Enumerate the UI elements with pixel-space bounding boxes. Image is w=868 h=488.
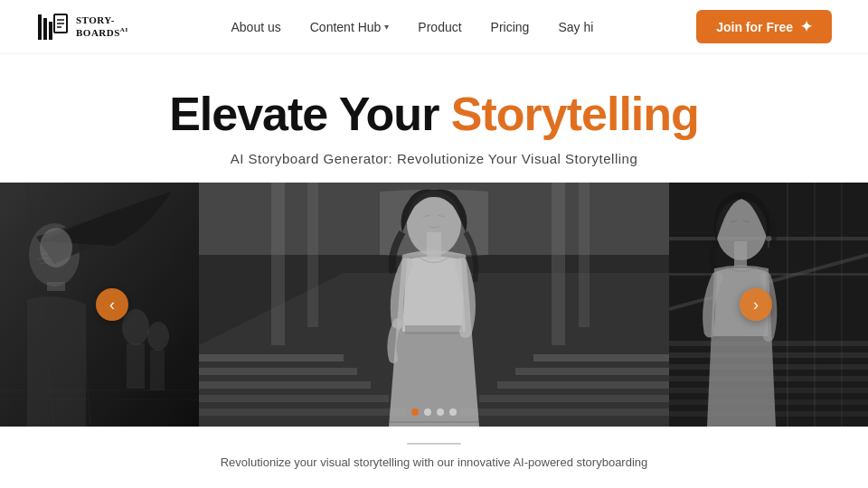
svg-rect-12 [47, 282, 65, 291]
carousel-panel-center [199, 183, 669, 427]
nav-item-product[interactable]: Product [418, 20, 461, 34]
carousel-prev-button[interactable]: ‹ [96, 288, 128, 321]
bottom-section: Revolutionize your visual storytelling w… [0, 427, 868, 478]
next-icon: › [753, 296, 759, 314]
carousel-next-button[interactable]: › [740, 288, 772, 321]
headline-part1: Elevate Your [169, 88, 451, 140]
svg-rect-27 [515, 368, 669, 375]
svg-rect-24 [199, 395, 389, 402]
dot-1[interactable] [411, 408, 419, 416]
svg-rect-2 [49, 22, 52, 40]
svg-point-61 [766, 236, 771, 241]
svg-rect-16 [150, 350, 165, 390]
navbar: STORY- BOARDSAI About us Content Hub ▾ P… [0, 0, 868, 54]
cta-icon: ✦ [800, 18, 812, 35]
nav-item-say-hi[interactable]: Say hi [558, 20, 593, 34]
svg-rect-32 [307, 183, 318, 327]
logo-text: STORY- BOARDSAI [76, 14, 128, 39]
logo-icon [36, 11, 69, 43]
hero-subtitle: AI Storyboard Generator: Revolutionize Y… [18, 151, 850, 166]
svg-rect-33 [552, 183, 565, 345]
svg-point-11 [40, 228, 72, 267]
nav-item-pricing[interactable]: Pricing [491, 20, 530, 34]
svg-rect-22 [199, 368, 357, 375]
svg-rect-21 [199, 354, 344, 361]
svg-rect-35 [405, 325, 463, 334]
nav-item-about[interactable]: About us [231, 20, 280, 34]
svg-rect-28 [497, 381, 669, 389]
carousel: ‹ › [0, 183, 868, 427]
svg-rect-23 [199, 381, 371, 389]
dot-4[interactable] [449, 408, 457, 416]
dot-3[interactable] [437, 408, 444, 416]
svg-rect-1 [43, 18, 47, 40]
svg-rect-14 [127, 343, 145, 389]
headline-highlight: Storytelling [451, 88, 699, 140]
prev-icon: ‹ [109, 296, 115, 314]
hero-headline: Elevate Your Storytelling [18, 89, 850, 140]
logo[interactable]: STORY- BOARDSAI [36, 11, 128, 43]
svg-rect-34 [579, 183, 590, 327]
chevron-down-icon: ▾ [384, 22, 389, 32]
nav-item-content-hub[interactable]: Content Hub ▾ [310, 20, 390, 34]
svg-rect-31 [271, 183, 285, 345]
svg-rect-0 [38, 14, 42, 40]
join-free-button[interactable]: Join for Free ✦ [696, 10, 832, 43]
bottom-divider [407, 443, 461, 445]
cta-label: Join for Free [716, 20, 793, 34]
hero-section: Elevate Your Storytelling AI Storyboard … [0, 54, 868, 183]
dot-2[interactable] [424, 408, 431, 416]
carousel-dots [411, 408, 457, 416]
svg-rect-26 [533, 354, 669, 361]
bottom-text: Revolutionize your visual storytelling w… [18, 455, 850, 469]
svg-rect-30 [461, 408, 669, 416]
svg-rect-29 [479, 395, 669, 402]
svg-rect-25 [199, 408, 407, 416]
svg-point-15 [147, 322, 169, 351]
svg-point-13 [122, 309, 149, 345]
nav-links: About us Content Hub ▾ Product Pricing S… [231, 20, 593, 34]
